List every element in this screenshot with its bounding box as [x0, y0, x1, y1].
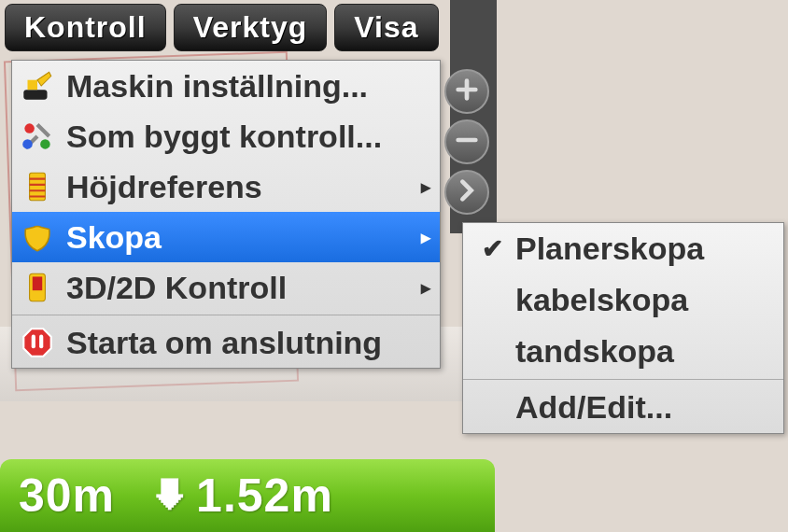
submenu-arrow-icon: ▸ — [421, 175, 430, 198]
status-distance-1: 30m — [19, 469, 115, 523]
kontroll-menu[interactable]: Kontroll — [5, 4, 166, 51]
kabelskopa-item[interactable]: kabelskopa — [463, 274, 783, 326]
svg-rect-9 — [32, 335, 35, 349]
height-ref-icon — [18, 167, 57, 206]
maskin-installning-item[interactable]: Maskin inställning... — [12, 61, 440, 111]
menu-item-label: Skopa — [66, 219, 421, 256]
add-edit-item[interactable]: Add/Edit... — [463, 382, 783, 433]
submenu-item-label: Add/Edit... — [515, 389, 672, 426]
status-value: 1.52m — [196, 469, 333, 523]
kontroll-dropdown: Maskin inställning... Som byggt kontroll… — [11, 60, 441, 369]
forward-button[interactable] — [444, 170, 489, 215]
svg-rect-1 — [28, 80, 38, 91]
menu-item-label: Höjdreferens — [66, 169, 421, 205]
svg-marker-8 — [23, 329, 50, 356]
status-value: 30m — [19, 469, 115, 523]
submenu-arrow-icon: ▸ — [421, 276, 430, 299]
chevron-right-icon — [454, 177, 480, 207]
submenu-arrow-icon: ▸ — [421, 226, 430, 248]
menu-separator — [12, 315, 440, 315]
checkmark-icon: ✔ — [482, 233, 515, 264]
svg-rect-7 — [33, 276, 43, 290]
verktyg-menu[interactable]: Verktyg — [174, 4, 328, 51]
status-distance-2: 🡇 1.52m — [152, 469, 333, 523]
zoom-out-button[interactable] — [444, 119, 489, 164]
svg-rect-0 — [23, 90, 47, 100]
som-byggt-kontroll-item[interactable]: Som byggt kontroll... — [12, 111, 440, 161]
menu-item-label: 3D/2D Kontroll — [66, 270, 421, 306]
menu-item-label: Som byggt kontroll... — [66, 119, 430, 155]
tandskopa-item[interactable]: tandskopa — [463, 326, 783, 377]
skopa-item[interactable]: Skopa ▸ — [12, 212, 440, 262]
stop-icon — [18, 323, 57, 362]
tools-icon — [18, 117, 57, 156]
menu-item-label: Maskin inställning... — [66, 68, 430, 105]
excavator-icon — [18, 66, 57, 105]
svg-point-2 — [24, 123, 34, 133]
svg-point-3 — [40, 139, 50, 149]
submenu-item-label: kabelskopa — [515, 282, 688, 318]
zoom-in-button[interactable] — [444, 69, 489, 114]
svg-point-4 — [22, 139, 33, 149]
hojdreferens-item[interactable]: Höjdreferens ▸ — [12, 161, 440, 212]
3d-2d-kontroll-item[interactable]: 3D/2D Kontroll ▸ — [12, 262, 440, 313]
plus-icon — [454, 77, 480, 106]
planerskopa-item[interactable]: ✔ Planerskopa — [463, 223, 783, 274]
minus-icon — [454, 127, 480, 157]
submenu-item-label: Planerskopa — [515, 231, 704, 267]
visa-menu[interactable]: Visa — [334, 4, 438, 51]
zoom-controls — [444, 69, 489, 215]
menubar: Kontroll Verktyg Visa — [5, 0, 439, 55]
menu-item-label: Starta om anslutning — [66, 325, 430, 361]
svg-rect-10 — [39, 335, 43, 349]
submenu-separator — [463, 379, 783, 380]
submenu-item-label: tandskopa — [515, 333, 674, 370]
starta-om-anslutning-item[interactable]: Starta om anslutning — [12, 317, 440, 368]
device-icon — [18, 268, 57, 307]
bucket-icon — [18, 217, 57, 257]
status-bar: 30m 🡇 1.52m — [0, 459, 495, 532]
down-arrow-icon: 🡇 — [152, 475, 190, 517]
skopa-submenu: ✔ Planerskopa kabelskopa tandskopa Add/E… — [462, 222, 784, 434]
